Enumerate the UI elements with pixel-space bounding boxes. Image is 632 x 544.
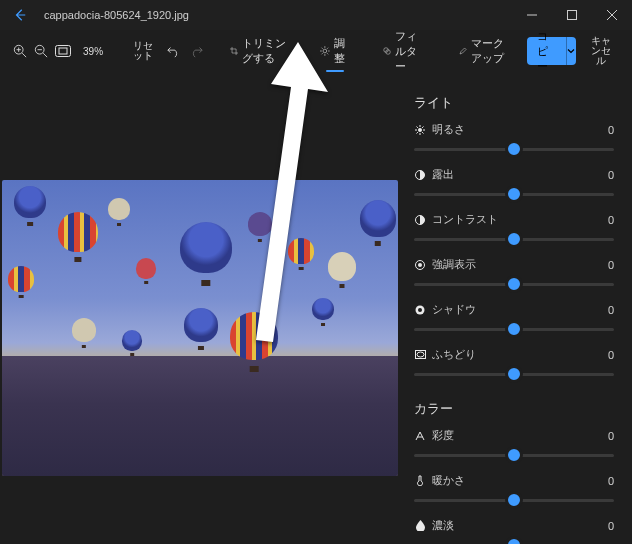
copy-button[interactable]: コピー bbox=[527, 37, 565, 65]
vignette-label: ふちどり bbox=[432, 347, 476, 362]
svg-point-14 bbox=[418, 308, 422, 312]
warmth-label: 暖かさ bbox=[432, 473, 465, 488]
crop-tab[interactable]: トリミングする bbox=[224, 36, 293, 66]
tint-icon bbox=[414, 520, 426, 532]
saturation-icon bbox=[414, 430, 426, 442]
light-section-title: ライト bbox=[414, 94, 614, 112]
color-section-title: カラー bbox=[414, 400, 614, 418]
markup-tab[interactable]: マークアップ bbox=[453, 36, 515, 66]
contrast-icon bbox=[414, 214, 426, 226]
minimize-button[interactable] bbox=[512, 0, 552, 30]
vignette-slider[interactable] bbox=[414, 362, 614, 386]
highlights-icon bbox=[414, 259, 426, 271]
contrast-value: 0 bbox=[608, 214, 614, 226]
tint-slider[interactable] bbox=[414, 533, 614, 544]
svg-rect-0 bbox=[568, 11, 577, 20]
chevron-down-icon bbox=[567, 47, 575, 55]
close-icon bbox=[607, 10, 617, 20]
brightness-label: 明るさ bbox=[432, 122, 465, 137]
copy-dropdown-button[interactable] bbox=[566, 37, 577, 65]
exposure-slider[interactable] bbox=[414, 182, 614, 206]
exposure-control: 露出0 bbox=[414, 167, 614, 206]
warmth-value: 0 bbox=[608, 475, 614, 487]
redo-icon bbox=[189, 44, 203, 58]
title-bar: cappadocia-805624_1920.jpg bbox=[0, 0, 632, 30]
saturation-control: 彩度0 bbox=[414, 428, 614, 467]
back-button[interactable] bbox=[0, 0, 40, 30]
brightness-control: 明るさ0 bbox=[414, 122, 614, 161]
saturation-label: 彩度 bbox=[432, 428, 454, 443]
tint-label: 濃淡 bbox=[432, 518, 454, 533]
highlights-slider[interactable] bbox=[414, 272, 614, 296]
markup-icon bbox=[459, 44, 467, 58]
filter-tab[interactable]: フィルター bbox=[377, 36, 433, 66]
filter-label: フィルター bbox=[395, 29, 427, 74]
copy-split-button[interactable]: コピー bbox=[527, 37, 576, 65]
svg-point-8 bbox=[418, 128, 422, 132]
fit-icon bbox=[55, 45, 71, 57]
tint-value: 0 bbox=[608, 520, 614, 532]
brightness-icon bbox=[414, 124, 426, 136]
vignette-icon bbox=[414, 349, 426, 361]
highlights-value: 0 bbox=[608, 259, 614, 271]
tint-control: 濃淡0 bbox=[414, 518, 614, 544]
zoom-in-button[interactable] bbox=[12, 36, 28, 66]
crop-icon bbox=[230, 44, 238, 58]
highlights-label: 強調表示 bbox=[432, 257, 476, 272]
cancel-button[interactable]: キャンセル bbox=[582, 36, 620, 66]
adjustments-panel: ライト 明るさ0 露出0 コントラスト0 強調表示0 シャドウ0 ふちどり0 カ… bbox=[400, 72, 632, 544]
exposure-icon bbox=[414, 169, 426, 181]
adjust-icon bbox=[320, 44, 330, 58]
zoom-in-icon bbox=[13, 44, 27, 58]
arrow-left-icon bbox=[13, 8, 27, 22]
exposure-value: 0 bbox=[608, 169, 614, 181]
contrast-label: コントラスト bbox=[432, 212, 498, 227]
saturation-value: 0 bbox=[608, 430, 614, 442]
maximize-icon bbox=[567, 10, 577, 20]
svg-rect-4 bbox=[59, 48, 67, 54]
exposure-label: 露出 bbox=[432, 167, 454, 182]
shadows-icon bbox=[414, 304, 426, 316]
markup-label: マークアップ bbox=[471, 36, 509, 66]
vignette-value: 0 bbox=[608, 349, 614, 361]
saturation-slider[interactable] bbox=[414, 443, 614, 467]
redo-button[interactable] bbox=[188, 36, 204, 66]
shadows-slider[interactable] bbox=[414, 317, 614, 341]
shadows-value: 0 bbox=[608, 304, 614, 316]
warmth-control: 暖かさ0 bbox=[414, 473, 614, 512]
filter-icon bbox=[383, 44, 391, 58]
warmth-slider[interactable] bbox=[414, 488, 614, 512]
svg-point-5 bbox=[323, 49, 327, 53]
toolbar: 39% リセット トリミングする 調整 フィルター マークアップ コピー キャン… bbox=[0, 30, 632, 72]
brightness-value: 0 bbox=[608, 124, 614, 136]
svg-point-16 bbox=[417, 352, 424, 357]
image-canvas-area[interactable] bbox=[0, 72, 400, 544]
brightness-slider[interactable] bbox=[414, 137, 614, 161]
contrast-control: コントラスト0 bbox=[414, 212, 614, 251]
svg-rect-3 bbox=[56, 46, 71, 57]
zoom-out-icon bbox=[34, 44, 48, 58]
crop-label: トリミングする bbox=[242, 36, 287, 66]
undo-icon bbox=[167, 44, 181, 58]
minimize-icon bbox=[527, 10, 537, 20]
shadows-label: シャドウ bbox=[432, 302, 476, 317]
reset-button[interactable]: リセット bbox=[125, 36, 161, 66]
zoom-out-button[interactable] bbox=[34, 36, 50, 66]
warmth-icon bbox=[414, 475, 426, 487]
zoom-level-display[interactable]: 39% bbox=[77, 36, 109, 66]
undo-button[interactable] bbox=[167, 36, 183, 66]
contrast-slider[interactable] bbox=[414, 227, 614, 251]
svg-point-12 bbox=[418, 263, 422, 267]
zoom-fit-button[interactable] bbox=[55, 36, 71, 66]
vignette-control: ふちどり0 bbox=[414, 347, 614, 386]
highlights-control: 強調表示0 bbox=[414, 257, 614, 296]
adjust-label: 調整 bbox=[334, 36, 349, 66]
image-preview bbox=[2, 180, 398, 476]
adjust-tab[interactable]: 調整 bbox=[314, 36, 355, 66]
maximize-button[interactable] bbox=[552, 0, 592, 30]
shadows-control: シャドウ0 bbox=[414, 302, 614, 341]
close-button[interactable] bbox=[592, 0, 632, 30]
window-title: cappadocia-805624_1920.jpg bbox=[40, 9, 512, 21]
